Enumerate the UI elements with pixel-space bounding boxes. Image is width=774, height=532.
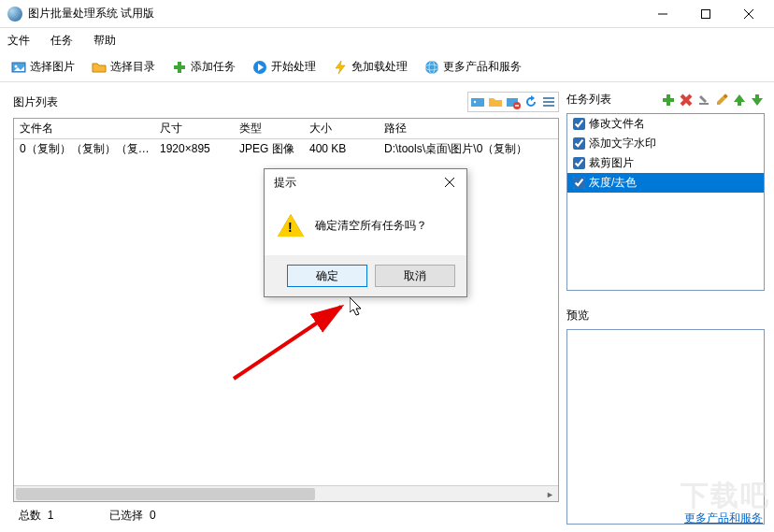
task-list: 修改文件名 添加文字水印 裁剪图片 灰度/去色 <box>566 113 765 291</box>
menubar: 文件 任务 帮助 <box>0 28 774 52</box>
more-products-button[interactable]: 更多产品和服务 <box>421 57 525 77</box>
menu-file[interactable]: 文件 <box>7 33 30 49</box>
select-dir-button[interactable]: 选择目录 <box>88 57 159 77</box>
watermark: 下载吧 <box>681 477 770 515</box>
task-item[interactable]: 修改文件名 <box>567 114 764 134</box>
folder-icon <box>92 60 107 75</box>
start-label: 开始处理 <box>271 59 316 75</box>
no-load-button[interactable]: 免加载处理 <box>329 57 411 77</box>
task-list-title: 任务列表 <box>566 92 611 108</box>
view-thumb-icon[interactable] <box>470 94 485 109</box>
col-path[interactable]: 路径 <box>379 118 558 139</box>
task-item[interactable]: 灰度/去色 <box>567 173 764 193</box>
maximize-button[interactable] <box>684 0 727 28</box>
col-dim[interactable]: 尺寸 <box>154 118 234 139</box>
toolbar: 选择图片 选择目录 添加任务 开始处理 免加载处理 更多产品和服务 <box>0 52 774 82</box>
lightning-icon <box>333 60 348 75</box>
svg-rect-14 <box>471 98 484 107</box>
task-remove-icon[interactable] <box>679 93 694 108</box>
preview-label: 预览 <box>566 308 765 324</box>
h-scrollbar[interactable]: ◄ ► <box>14 485 558 501</box>
add-task-label: 添加任务 <box>191 59 236 75</box>
col-name[interactable]: 文件名 <box>14 118 154 139</box>
svg-point-15 <box>474 101 476 103</box>
task-item[interactable]: 裁剪图片 <box>567 153 764 173</box>
scroll-thumb[interactable] <box>16 488 315 500</box>
task-checkbox[interactable] <box>573 118 585 130</box>
list-view-icons <box>467 92 559 112</box>
app-icon <box>7 7 22 22</box>
task-clear-icon[interactable] <box>714 93 729 108</box>
select-dir-label: 选择目录 <box>110 59 155 75</box>
select-image-button[interactable]: 选择图片 <box>7 57 79 77</box>
svg-marker-10 <box>336 61 345 74</box>
image-icon <box>11 60 26 75</box>
add-task-button[interactable]: 添加任务 <box>168 57 239 77</box>
titlebar: 图片批量处理系统 试用版 <box>0 0 774 28</box>
col-type[interactable]: 类型 <box>234 118 304 139</box>
grid-header: 文件名 尺寸 类型 大小 路径 <box>14 119 558 139</box>
globe-icon <box>424 60 439 75</box>
view-list-icon[interactable] <box>541 94 556 109</box>
start-button[interactable]: 开始处理 <box>249 57 320 77</box>
scroll-right-icon[interactable]: ► <box>542 486 558 502</box>
dialog-message: 确定清空所有任务吗？ <box>315 218 427 234</box>
table-row[interactable]: 0（复制）（复制）（复… 1920×895 JPEG 图像 400 KB D:\… <box>14 139 558 158</box>
footer-link[interactable]: 更多产品和服务 <box>684 510 763 526</box>
view-refresh-icon[interactable] <box>523 94 538 109</box>
dialog-title: 提示 <box>274 175 296 191</box>
image-list-title: 图片列表 <box>13 94 58 110</box>
dialog-close-button[interactable] <box>438 171 461 194</box>
confirm-dialog: 提示 确定清空所有任务吗？ 确定 取消 <box>264 168 467 297</box>
window-title: 图片批量处理系统 试用版 <box>28 6 641 22</box>
play-icon <box>252 60 267 75</box>
svg-point-11 <box>425 61 438 74</box>
task-checkbox[interactable] <box>573 157 585 169</box>
col-size[interactable]: 大小 <box>304 118 379 139</box>
menu-task[interactable]: 任务 <box>50 33 73 49</box>
svg-rect-7 <box>174 65 185 69</box>
close-button[interactable] <box>727 0 770 28</box>
view-folder-icon[interactable] <box>488 94 503 109</box>
view-delete-icon[interactable] <box>506 94 521 109</box>
ok-button[interactable]: 确定 <box>287 265 367 287</box>
minimize-button[interactable] <box>641 0 684 28</box>
svg-rect-26 <box>699 103 709 105</box>
task-config-icon[interactable] <box>696 93 711 108</box>
more-products-label: 更多产品和服务 <box>443 59 522 75</box>
no-load-label: 免加载处理 <box>351 59 408 75</box>
task-checkbox[interactable] <box>573 137 585 150</box>
svg-point-5 <box>15 65 18 67</box>
cancel-button[interactable]: 取消 <box>375 265 455 287</box>
task-down-icon[interactable] <box>750 93 765 108</box>
svg-marker-28 <box>734 94 745 106</box>
menu-help[interactable]: 帮助 <box>93 33 116 49</box>
task-up-icon[interactable] <box>732 93 747 108</box>
svg-rect-1 <box>702 9 710 18</box>
plus-icon <box>172 60 187 75</box>
task-add-icon[interactable] <box>661 93 676 108</box>
task-item[interactable]: 添加文字水印 <box>567 134 764 153</box>
warning-icon <box>278 214 304 237</box>
select-image-label: 选择图片 <box>30 59 75 75</box>
svg-marker-29 <box>752 94 763 106</box>
status-bar: 总数 1 已选择 0 <box>13 502 559 525</box>
svg-rect-23 <box>663 98 674 102</box>
task-checkbox[interactable] <box>573 177 585 189</box>
